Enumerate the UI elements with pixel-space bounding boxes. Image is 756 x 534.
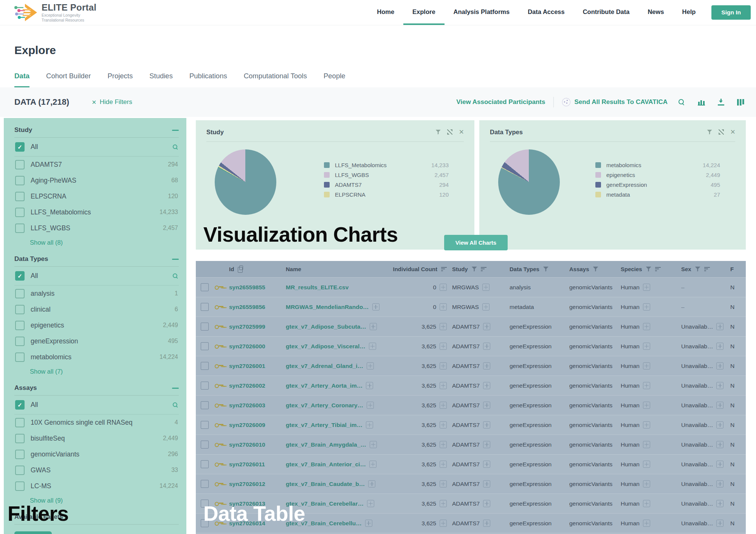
- filter-icon[interactable]: [707, 130, 712, 135]
- expand-cell-icon[interactable]: [483, 520, 490, 527]
- expand-cell-icon[interactable]: [483, 461, 490, 468]
- row-checkbox[interactable]: [201, 323, 209, 331]
- expand-cell-icon[interactable]: [716, 520, 723, 527]
- expand-cell-icon[interactable]: [643, 362, 650, 369]
- tab-projects[interactable]: Projects: [107, 67, 133, 88]
- expand-cell-icon[interactable]: [716, 500, 723, 507]
- name-link[interactable]: gtex_v7_Artery_Tibial_im…: [286, 422, 363, 428]
- filter-icon[interactable]: [435, 130, 441, 135]
- nav-item-contribute-data[interactable]: Contribute Data: [574, 0, 639, 25]
- expand-cell-icon[interactable]: [716, 480, 723, 487]
- expand-cell-icon[interactable]: [643, 303, 650, 310]
- row-checkbox[interactable]: [201, 421, 209, 429]
- expand-cell-icon[interactable]: [367, 402, 374, 409]
- checkbox-unchecked[interactable]: [15, 224, 25, 233]
- expand-cell-icon[interactable]: [367, 362, 374, 369]
- id-link[interactable]: syn27026000: [229, 343, 265, 350]
- name-link[interactable]: gtex_v7_Brain_Amygdala_…: [286, 441, 366, 448]
- expand-icon[interactable]: [719, 129, 724, 135]
- id-link[interactable]: syn27026010: [229, 441, 265, 448]
- tab-data[interactable]: Data: [14, 67, 29, 88]
- expand-cell-icon[interactable]: [482, 284, 490, 291]
- id-link[interactable]: syn27026002: [229, 382, 265, 389]
- expand-cell-icon[interactable]: [365, 520, 372, 527]
- checkbox-unchecked[interactable]: [15, 418, 25, 427]
- expand-cell-icon[interactable]: [369, 343, 376, 350]
- filter-icon[interactable]: [695, 267, 700, 272]
- collapse-icon[interactable]: [172, 130, 179, 131]
- row-checkbox[interactable]: [201, 480, 209, 488]
- name-link[interactable]: gtex_v7_Adrenal_Gland_i…: [286, 363, 363, 369]
- id-link[interactable]: syn26559856: [229, 304, 265, 310]
- expand-cell-icon[interactable]: [643, 382, 650, 389]
- expand-cell-icon[interactable]: [643, 441, 650, 448]
- expand-cell-icon[interactable]: [643, 323, 650, 330]
- expand-cell-icon[interactable]: [440, 461, 447, 468]
- name-link[interactable]: gtex_v7_Artery_Coronary…: [286, 402, 363, 409]
- search-icon[interactable]: [676, 96, 687, 108]
- expand-cell-icon[interactable]: [372, 303, 380, 310]
- expand-cell-icon[interactable]: [643, 421, 650, 428]
- id-link[interactable]: syn27026001: [229, 363, 265, 369]
- nav-item-news[interactable]: News: [638, 0, 673, 25]
- checkbox-unchecked[interactable]: [15, 434, 25, 443]
- checkbox-checked[interactable]: ✓: [15, 271, 25, 281]
- expand-cell-icon[interactable]: [368, 480, 375, 487]
- expand-cell-icon[interactable]: [440, 303, 447, 310]
- checkbox-unchecked[interactable]: [15, 352, 25, 362]
- download-icon[interactable]: [715, 96, 727, 108]
- send-to-cavatica-button[interactable]: Send All Results To CAVATICA: [562, 98, 668, 106]
- tab-computational-tools[interactable]: Computational Tools: [244, 67, 307, 88]
- id-link[interactable]: syn27026003: [229, 402, 265, 409]
- expand-cell-icon[interactable]: [716, 343, 723, 350]
- view-associated-participants-button[interactable]: View Associated Participants: [456, 98, 545, 106]
- checkbox-unchecked[interactable]: [15, 321, 25, 330]
- expand-cell-icon[interactable]: [367, 500, 374, 507]
- checkbox-unchecked[interactable]: [15, 305, 25, 314]
- checkbox-checked[interactable]: ✓: [15, 142, 25, 152]
- checkbox-unchecked[interactable]: [15, 208, 25, 217]
- expand-cell-icon[interactable]: [370, 441, 377, 448]
- id-link[interactable]: syn27026011: [229, 461, 265, 468]
- search-icon[interactable]: [173, 402, 178, 408]
- bar-chart-icon[interactable]: [696, 96, 707, 108]
- expand-cell-icon[interactable]: [440, 421, 447, 428]
- close-icon[interactable]: [459, 128, 464, 136]
- name-link[interactable]: gtex_v7_Brain_Cerebellu…: [286, 520, 362, 527]
- checkbox-unchecked[interactable]: [15, 289, 25, 298]
- tab-studies[interactable]: Studies: [149, 67, 173, 88]
- name-link[interactable]: gtex_v7_Brain_Cerebellar…: [286, 500, 364, 507]
- expand-cell-icon[interactable]: [483, 421, 490, 428]
- name-link[interactable]: gtex_v7_Adipose_Subcuta…: [286, 323, 366, 330]
- show-all-link[interactable]: Show all (8): [30, 239, 179, 246]
- expand-cell-icon[interactable]: [483, 362, 490, 369]
- row-checkbox[interactable]: [201, 460, 209, 468]
- collapse-icon[interactable]: [172, 259, 179, 260]
- row-checkbox[interactable]: [201, 500, 209, 508]
- checkbox-unchecked[interactable]: [15, 176, 25, 185]
- expand-cell-icon[interactable]: [716, 362, 723, 369]
- row-checkbox[interactable]: [201, 441, 209, 449]
- tab-publications[interactable]: Publications: [189, 67, 227, 88]
- expand-cell-icon[interactable]: [643, 402, 650, 409]
- nav-item-help[interactable]: Help: [673, 0, 705, 25]
- expand-cell-icon[interactable]: [440, 362, 447, 369]
- filter-icon[interactable]: [543, 267, 548, 272]
- id-link[interactable]: syn27026013: [229, 500, 265, 507]
- expand-cell-icon[interactable]: [483, 441, 490, 448]
- expand-cell-icon[interactable]: [716, 441, 723, 448]
- expand-cell-icon[interactable]: [483, 323, 490, 330]
- facet-chip-diagnosis[interactable]: Diagnosis+: [57, 531, 91, 534]
- view-all-charts-button[interactable]: View All Charts: [444, 235, 508, 250]
- expand-cell-icon[interactable]: [716, 402, 723, 409]
- row-checkbox[interactable]: [201, 303, 209, 311]
- row-checkbox[interactable]: [201, 519, 209, 527]
- id-link[interactable]: syn27025999: [229, 323, 265, 330]
- expand-cell-icon[interactable]: [643, 500, 650, 507]
- expand-cell-icon[interactable]: [440, 402, 447, 409]
- row-checkbox[interactable]: [201, 382, 209, 390]
- checkbox-unchecked[interactable]: [15, 337, 25, 346]
- row-checkbox[interactable]: [201, 362, 209, 370]
- id-link[interactable]: syn26559855: [229, 284, 265, 291]
- columns-icon[interactable]: [735, 96, 746, 108]
